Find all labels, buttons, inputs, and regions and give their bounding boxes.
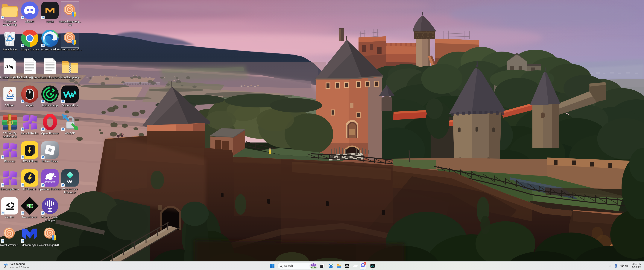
svg-text:Abg: Abg (5, 64, 13, 69)
svg-text:business: business (44, 180, 56, 183)
svg-text:MG: MG (26, 203, 33, 209)
